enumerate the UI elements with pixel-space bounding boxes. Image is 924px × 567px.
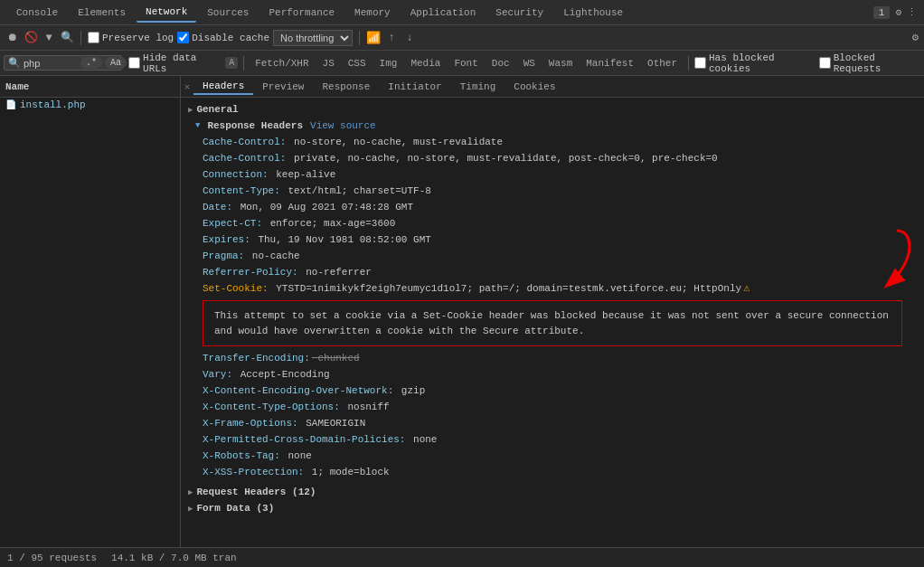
response-headers-label: Response Headers [207,120,303,131]
tab-response[interactable]: Response [313,80,379,94]
filter-doc[interactable]: Doc [486,57,515,70]
disable-cache-input[interactable] [177,32,189,43]
request-headers-section-header[interactable]: ▶ Request Headers (12) [181,484,924,500]
header-row: X-Frame-Options: SAMEORIGIN [181,415,924,431]
tab-elements[interactable]: Elements [69,4,135,22]
filter-wasm[interactable]: Wasm [543,57,578,70]
clear-icon[interactable]: 🚫 [24,31,38,45]
set-cookie-value: YTSTD=1nimikykf2eigh7eumyc1d1ol7; path=/… [270,281,742,296]
tab-memory[interactable]: Memory [345,4,400,22]
has-blocked-cookies-input[interactable] [694,57,706,69]
filter-other[interactable]: Other [642,57,683,70]
header-row: Content-Type: text/html; charset=UTF-8 [181,183,924,199]
response-headers-header: ▼ Response Headers View source [181,118,924,134]
header-value: SAMEORIGIN [300,416,366,430]
header-name: X-Robots-Tag: [203,449,280,463]
tab-lighthouse[interactable]: Lighthouse [554,4,632,22]
preserve-log-checkbox[interactable]: Preserve log [88,32,174,43]
filter-icon[interactable]: ▼ [42,31,56,45]
hide-data-urls-input[interactable] [128,57,140,69]
size-info: 14.1 kB / 7.0 MB tran [111,553,237,563]
general-section-header[interactable]: ▶ General [181,101,924,118]
has-blocked-cookies-checkbox[interactable]: Has blocked cookies [694,52,813,74]
tab-initiator[interactable]: Initiator [379,80,450,94]
separator-filter [243,56,244,71]
blocked-requests-checkbox[interactable]: Blocked Requests [819,52,920,74]
upload-icon[interactable]: ↑ [384,31,399,45]
tab-timing[interactable]: Timing [451,80,505,94]
filter-ws[interactable]: WS [518,57,541,70]
set-cookie-container: Set-Cookie: YTSTD=1nimikykf2eigh7eumyc1d… [181,280,924,297]
sub-tabs: ✕ Headers Preview Response Initiator Tim… [181,76,924,98]
warning-icon: ⚠ [743,281,750,296]
preserve-log-label: Preserve log [102,33,174,43]
file-icon: 📄 [5,99,16,110]
disable-cache-label: Disable cache [192,33,269,43]
header-value: no-referrer [300,265,372,279]
filter-media[interactable]: Media [405,57,446,70]
tab-cookies[interactable]: Cookies [504,80,564,94]
set-cookie-name: Set-Cookie: [203,281,269,296]
header-value: enforce; max-age=3600 [264,216,395,231]
more-options-icon[interactable]: ⋮ [907,6,917,18]
hide-data-urls-label: Hide data URLs [143,52,219,74]
search-icon[interactable]: 🔍 [60,31,74,45]
tab-console[interactable]: Console [7,4,67,22]
tab-bar-actions: 1 ⚙ ⋮ [873,6,917,19]
header-name: X-Content-Type-Options: [203,400,340,414]
filter-regex-pill[interactable]: .* [80,57,102,69]
filter-case-pill[interactable]: Aa [105,57,127,69]
settings-gear-icon[interactable]: ⚙ [912,32,919,44]
filter-css[interactable]: CSS [343,57,372,70]
filter-font[interactable]: Font [448,57,483,70]
view-source-link[interactable]: View source [310,120,376,131]
throttling-select[interactable]: No throttling [273,30,353,46]
header-value: no-cache [246,249,299,263]
tab-performance[interactable]: Performance [259,4,344,22]
header-row: X-Permitted-Cross-Domain-Policies: none [181,431,924,448]
header-name: X-XSS-Protection: [203,465,304,479]
record-icon[interactable]: ⏺ [5,31,20,45]
disable-cache-checkbox[interactable]: Disable cache [177,32,269,43]
invert-badge: A [225,57,238,69]
filter-img[interactable]: Img [374,57,403,70]
tab-application[interactable]: Application [401,4,486,22]
close-icon[interactable]: ✕ [184,81,190,92]
blocked-requests-input[interactable] [819,57,831,69]
header-name: Expect-CT: [203,216,262,231]
header-row-set-cookie: Set-Cookie: YTSTD=1nimikykf2eigh7eumyc1d… [181,280,924,297]
header-row: X-Content-Type-Options: nosniff [181,399,924,415]
header-name: Pragma: [203,249,244,263]
preserve-log-input[interactable] [88,32,99,43]
devtools-tab-bar: Console Elements Network Sources Perform… [0,0,924,25]
list-item[interactable]: 📄 install.php [0,98,180,112]
wifi-icon: 📶 [366,31,381,45]
filter-input[interactable] [24,58,78,69]
tab-headers[interactable]: Headers [193,79,253,95]
status-bar: 1 / 95 requests 14.1 kB / 7.0 MB tran [0,547,924,567]
header-value: text/html; charset=UTF-8 [282,184,431,198]
header-name: Content-Type: [203,184,280,198]
tab-sources[interactable]: Sources [198,4,258,22]
filter-manifest[interactable]: Manifest [580,57,639,70]
filter-js[interactable]: JS [317,57,340,70]
tab-security[interactable]: Security [486,4,552,22]
header-name: X-Frame-Options: [203,416,298,430]
header-value: none [282,449,312,463]
form-data-section-header[interactable]: ▶ Form Data (3) [181,500,924,516]
header-value: private, no-cache, no-store, must-revali… [288,151,717,165]
header-row: Expect-CT: enforce; max-age=3600 [181,215,924,232]
file-name: install.php [20,99,86,110]
header-value: none [407,432,437,447]
tab-preview[interactable]: Preview [253,80,313,94]
filter-fetch-xhr[interactable]: Fetch/XHR [250,57,314,70]
separator-1 [80,31,81,45]
settings-icon[interactable]: ⚙ [895,6,901,18]
response-headers-arrow-icon: ▼ [195,121,200,130]
general-arrow-icon: ▶ [188,105,193,115]
tab-network[interactable]: Network [137,3,196,23]
hide-data-urls-checkbox[interactable]: Hide data URLs [128,52,219,74]
filter-search-icon: 🔍 [8,57,21,69]
header-row: Date: Mon, 09 Aug 2021 07:48:28 GMT [181,199,924,215]
download-icon[interactable]: ↓ [402,31,417,45]
